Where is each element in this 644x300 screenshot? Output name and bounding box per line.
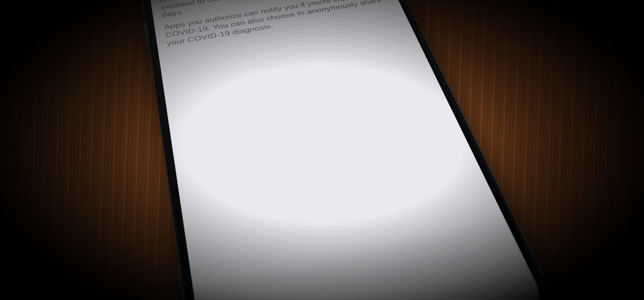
perspective-stage: COVID-19 Exposure Notifications iPhone i… bbox=[168, 0, 476, 300]
photo-scene: COVID-19 Exposure Notifications iPhone i… bbox=[0, 0, 644, 300]
section-footer: iPhone is using Bluetooth to securely sh… bbox=[148, 0, 402, 49]
iphone-frame: COVID-19 Exposure Notifications iPhone i… bbox=[136, 0, 569, 300]
depth-blur-bottom bbox=[192, 214, 554, 300]
settings-section: COVID-19 Exposure Notifications iPhone i… bbox=[145, 0, 405, 54]
iphone-screen: COVID-19 Exposure Notifications iPhone i… bbox=[143, 0, 554, 300]
